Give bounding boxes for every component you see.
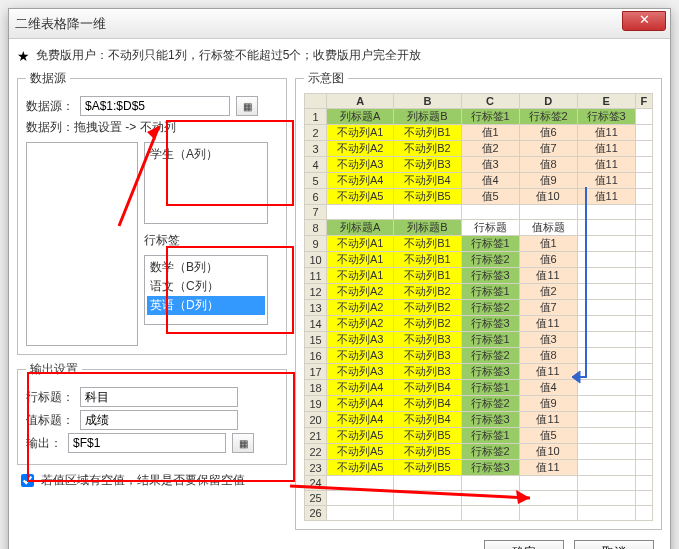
main-layout: 数据源 数据源： ▦ 数据列：拖拽设置 -> 不动列 学生（A列） 行标签 数学…: [17, 70, 662, 536]
list-item[interactable]: 语文（C列）: [147, 277, 265, 296]
row-label-heading: 行标签: [144, 232, 268, 249]
data-source-label: 数据源：: [26, 98, 74, 115]
blue-arrow-icon: [566, 187, 606, 397]
keep-blank-checkbox[interactable]: [21, 474, 34, 487]
close-button[interactable]: ✕: [622, 11, 666, 31]
output-input[interactable]: [68, 433, 226, 453]
list-item[interactable]: 学生（A列）: [147, 145, 265, 164]
data-col-help: 数据列：拖拽设置 -> 不动列: [26, 119, 278, 136]
value-title-label: 值标题：: [26, 412, 74, 429]
range-picker-icon[interactable]: ▦: [236, 96, 258, 116]
row-labels-listbox[interactable]: 数学（B列）语文（C列）英语（D列）: [144, 255, 268, 325]
value-title-input[interactable]: [80, 410, 238, 430]
source-columns-listbox[interactable]: [26, 142, 138, 346]
data-source-input[interactable]: [80, 96, 230, 116]
output-range-picker-icon[interactable]: ▦: [232, 433, 254, 453]
left-column: 数据源 数据源： ▦ 数据列：拖拽设置 -> 不动列 学生（A列） 行标签 数学…: [17, 70, 287, 536]
keep-blank-label: 若值区域有空值，结果是否要保留空值: [41, 472, 245, 489]
list-item[interactable]: 英语（D列）: [147, 296, 265, 315]
row-title-label: 行标题：: [26, 389, 74, 406]
data-source-panel: 数据源 数据源： ▦ 数据列：拖拽设置 -> 不动列 学生（A列） 行标签 数学…: [17, 70, 287, 355]
preview-panel: 示意图 ABCDEF1列标题A列标题B行标签1行标签2行标签32不动列A1不动列…: [295, 70, 662, 530]
content: ★ 免费版用户：不动列只能1列，行标签不能超过5个；收费版用户完全开放 数据源 …: [9, 39, 670, 549]
star-icon: ★: [17, 48, 30, 64]
window-title: 二维表格降一维: [15, 15, 106, 33]
fixed-columns-listbox[interactable]: 学生（A列）: [144, 142, 268, 224]
row-title-input[interactable]: [80, 387, 238, 407]
list-item[interactable]: 数学（B列）: [147, 258, 265, 277]
cancel-button[interactable]: 取消: [574, 540, 654, 549]
ok-button[interactable]: 确定: [484, 540, 564, 549]
dialog-window: 二维表格降一维 ✕ ★ 免费版用户：不动列只能1列，行标签不能超过5个；收费版用…: [8, 8, 671, 549]
right-column: 示意图 ABCDEF1列标题A列标题B行标签1行标签2行标签32不动列A1不动列…: [295, 70, 662, 536]
svg-marker-0: [572, 371, 580, 383]
output-legend: 输出设置: [26, 361, 82, 378]
data-source-legend: 数据源: [26, 70, 70, 87]
output-label: 输出：: [26, 435, 62, 452]
output-settings-panel: 输出设置 行标题： 值标题： 输出： ▦: [17, 361, 287, 465]
preview-legend: 示意图: [304, 70, 348, 87]
titlebar: 二维表格降一维 ✕: [9, 9, 670, 39]
notice-text: 免费版用户：不动列只能1列，行标签不能超过5个；收费版用户完全开放: [36, 47, 421, 64]
notice-row: ★ 免费版用户：不动列只能1列，行标签不能超过5个；收费版用户完全开放: [17, 47, 662, 64]
